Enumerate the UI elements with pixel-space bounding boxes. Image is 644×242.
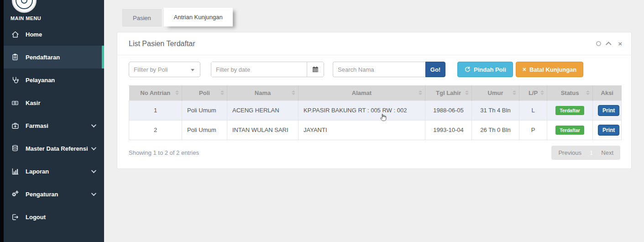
- content-tabs: Pasien Antrian Kunjungan: [122, 8, 233, 26]
- x-icon: ×: [523, 66, 526, 73]
- refresh-circle-icon[interactable]: [596, 41, 601, 46]
- stethoscope-icon: [10, 76, 20, 84]
- calendar-addon-button[interactable]: [307, 62, 324, 77]
- cell-tgl-lahir: 1993-10-04: [425, 120, 472, 140]
- col-header-nama[interactable]: Nama: [227, 85, 298, 100]
- sidebar-item-laporan[interactable]: Laporan: [4, 160, 104, 183]
- close-icon[interactable]: ×: [618, 42, 622, 46]
- sidebar-item-home[interactable]: Home: [4, 23, 104, 46]
- sidebar-item-label: Master Data Referensi: [26, 145, 88, 152]
- batal-kunjungan-button[interactable]: × Batal Kunjungan: [516, 62, 583, 77]
- print-button[interactable]: Print: [598, 105, 619, 116]
- tab-label: Antrian Kunjungan: [174, 14, 223, 21]
- cell-umur: 31 Th 4 Bln: [472, 100, 519, 120]
- sort-icon: [540, 90, 544, 95]
- col-header-aksi[interactable]: Aksi: [593, 85, 622, 100]
- col-header-umur[interactable]: Umur: [472, 85, 519, 100]
- col-header-tgl-lahir[interactable]: Tgl Lahir: [425, 85, 472, 100]
- filter-poli-placeholder: Fillter by Poli: [134, 66, 168, 73]
- showing-entries-text: Showing 1 to 2 of 2 entries: [129, 149, 199, 156]
- table-row[interactable]: 2 Poli Umum INTAN WULAN SARI JAYANTI 199…: [129, 120, 622, 140]
- caret-down-icon: [191, 69, 194, 71]
- collapse-chevron-up-icon[interactable]: [606, 42, 612, 47]
- sort-icon: [419, 90, 422, 95]
- gears-icon: [10, 190, 20, 198]
- sort-icon: [513, 90, 516, 95]
- table-header-row: No Antrian Poli Nama Alamat Tgl Lahir Um…: [129, 85, 622, 100]
- search-nama-input[interactable]: [333, 62, 425, 77]
- pagination-next[interactable]: Next: [601, 149, 613, 156]
- cell-lp: P: [519, 120, 547, 140]
- sidebar-item-label: Pelayanan: [26, 77, 55, 84]
- sidebar: MAIN MENU Home Pendaftaran Pelayanan: [4, 0, 104, 242]
- status-badge[interactable]: Terdaftar: [555, 106, 584, 115]
- panel-heading: List Pasien Terdaftar ×: [117, 32, 631, 55]
- sidebar-item-label: Pendaftaran: [26, 54, 60, 61]
- sidebar-item-pelayanan[interactable]: Pelayanan: [4, 68, 104, 91]
- sidebar-item-pengaturan[interactable]: Pengaturan: [4, 183, 104, 205]
- sort-icon: [465, 90, 469, 95]
- col-header-lp[interactable]: L/P: [519, 85, 547, 100]
- sidebar-section-label: MAIN MENU: [10, 16, 104, 21]
- sidebar-item-farmasi[interactable]: Farmasi: [4, 114, 104, 137]
- col-header-poli[interactable]: Poli: [182, 85, 227, 100]
- medkit-icon: [10, 121, 20, 130]
- filter-date-input[interactable]: [211, 62, 307, 77]
- chevron-down-icon: [91, 168, 96, 173]
- money-icon: [10, 99, 20, 107]
- col-header-no-antrian[interactable]: No Antrian: [129, 85, 182, 100]
- search-group: Go!: [333, 62, 445, 77]
- logo-emblem-icon: [16, 0, 33, 9]
- list-pasien-panel: List Pasien Terdaftar × Fillter by Poli: [117, 32, 632, 169]
- table-row[interactable]: 1 Poli Umum ACENG HERLAN KP.PASIR BAKUNG…: [129, 100, 622, 120]
- app-window: MAIN MENU Home Pendaftaran Pelayanan: [0, 0, 644, 242]
- tab-label: Pasien: [133, 15, 151, 21]
- sort-icon: [292, 90, 295, 95]
- patient-table-wrap: No Antrian Poli Nama Alamat Tgl Lahir Um…: [129, 85, 620, 140]
- col-header-status[interactable]: Status: [547, 85, 593, 100]
- print-button[interactable]: Print: [598, 125, 619, 136]
- cell-no-antrian: 1: [129, 100, 182, 120]
- filter-date-group: [211, 62, 324, 77]
- cell-umur: 26 Th 0 Bln: [472, 120, 519, 140]
- sidebar-item-pendaftaran[interactable]: Pendaftaran: [4, 46, 104, 68]
- status-badge[interactable]: Terdaftar: [555, 126, 584, 135]
- pagination-previous[interactable]: Previous: [558, 149, 581, 156]
- sidebar-item-label: Kasir: [26, 100, 41, 106]
- sidebar-item-label: Laporan: [26, 168, 49, 175]
- cell-tgl-lahir: 1988-06-05: [425, 100, 472, 120]
- go-button[interactable]: Go!: [425, 62, 445, 77]
- home-icon: [10, 30, 20, 38]
- pagination-page-1[interactable]: 1: [590, 149, 593, 156]
- logout-icon: [10, 213, 20, 221]
- pagination: Previous 1 Next: [551, 146, 620, 160]
- tab-antrian-kunjungan[interactable]: Antrian Kunjungan: [164, 8, 233, 26]
- tab-pasien[interactable]: Pasien: [122, 9, 162, 26]
- sidebar-item-master-data-referensi[interactable]: Master Data Referensi: [4, 137, 104, 160]
- sidebar-item-kasir[interactable]: Kasir: [4, 91, 104, 114]
- pindah-poli-button[interactable]: Pindah Poli: [457, 62, 513, 77]
- sidebar-item-label: Farmasi: [26, 122, 48, 129]
- patient-table: No Antrian Poli Nama Alamat Tgl Lahir Um…: [129, 85, 622, 140]
- page-title: List Pasien Terdaftar: [129, 40, 195, 48]
- sidebar-item-logout[interactable]: Logout: [4, 205, 104, 228]
- sort-icon: [175, 90, 179, 95]
- panel-tools: ×: [596, 41, 622, 46]
- col-header-alamat[interactable]: Alamat: [298, 85, 425, 100]
- bar-chart-icon: [10, 167, 20, 175]
- filter-poli-select[interactable]: Fillter by Poli: [129, 62, 200, 77]
- cell-lp: L: [519, 100, 547, 120]
- cell-nama: INTAN WULAN SARI: [227, 120, 298, 140]
- chevron-down-icon: [91, 122, 96, 127]
- cell-poli: Poli Umum: [182, 100, 227, 120]
- cell-alamat: JAYANTI: [298, 120, 425, 140]
- app-logo: [12, 0, 37, 13]
- cell-alamat: KP.PASIR BAKUNG RT : 005 RW : 002: [298, 100, 425, 120]
- sidebar-nav: Home Pendaftaran Pelayanan Kasir: [4, 23, 104, 228]
- sort-icon: [586, 90, 590, 95]
- cell-poli: Poli Umum: [182, 120, 227, 140]
- letterbox-strip: [0, 0, 4, 242]
- sort-icon: [220, 90, 224, 95]
- sidebar-item-label: Home: [26, 31, 42, 38]
- cell-nama: ACENG HERLAN: [227, 100, 298, 120]
